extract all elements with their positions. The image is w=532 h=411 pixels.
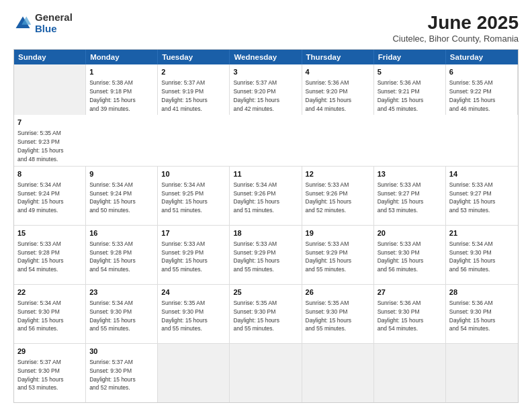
logo-blue-label: Blue bbox=[35, 24, 73, 35]
cell-jun-4: 4 Sunrise: 5:36 AMSunset: 9:20 PMDayligh… bbox=[302, 64, 374, 115]
cell-jun-9: 9 Sunrise: 5:34 AMSunset: 9:24 PMDayligh… bbox=[86, 167, 158, 225]
day-num: 6 bbox=[449, 67, 514, 77]
day-num: 30 bbox=[89, 347, 154, 357]
day-num: 13 bbox=[378, 169, 442, 179]
cell-jun-30: 30 Sunrise: 5:37 AMSunset: 9:30 PMDaylig… bbox=[86, 344, 158, 402]
cell-text: Sunrise: 5:33 AMSunset: 9:29 PMDaylight:… bbox=[306, 240, 352, 273]
page: General Blue June 2025 Ciutelec, Bihor C… bbox=[0, 0, 532, 411]
day-num: 26 bbox=[306, 287, 370, 298]
cell-text: Sunrise: 5:33 AMSunset: 9:29 PMDaylight:… bbox=[161, 240, 208, 273]
cell-jun-24: 24 Sunrise: 5:35 AMSunset: 9:30 PMDaylig… bbox=[158, 285, 230, 343]
day-num: 9 bbox=[89, 169, 154, 179]
cell-jun-18: 18 Sunrise: 5:33 AMSunset: 9:29 PMDaylig… bbox=[230, 226, 302, 284]
cell-jun-6: 6 Sunrise: 5:35 AMSunset: 9:22 PMDayligh… bbox=[446, 64, 518, 115]
cell-jun-22: 22 Sunrise: 5:34 AMSunset: 9:30 PMDaylig… bbox=[14, 285, 86, 343]
cell-text: Sunrise: 5:35 AMSunset: 9:30 PMDaylight:… bbox=[306, 300, 352, 332]
logo-general-label: General bbox=[35, 12, 73, 24]
cell-jun-20: 20 Sunrise: 5:33 AMSunset: 9:30 PMDaylig… bbox=[374, 226, 446, 284]
cell-text: Sunrise: 5:35 AMSunset: 9:23 PMDaylight:… bbox=[17, 130, 64, 163]
header-wednesday: Wednesday bbox=[230, 50, 302, 64]
day-num: 8 bbox=[17, 169, 82, 179]
subtitle: Ciutelec, Bihor County, Romania bbox=[392, 34, 519, 44]
week-row-2: 8 Sunrise: 5:34 AMSunset: 9:24 PMDayligh… bbox=[14, 167, 518, 226]
day-num: 7 bbox=[17, 118, 83, 128]
calendar: Sunday Monday Tuesday Wednesday Thursday… bbox=[13, 49, 519, 403]
day-num: 29 bbox=[17, 347, 82, 357]
cell-jun-3: 3 Sunrise: 5:37 AMSunset: 9:20 PMDayligh… bbox=[230, 64, 302, 115]
day-num: 16 bbox=[89, 228, 154, 238]
header-tuesday: Tuesday bbox=[158, 50, 230, 64]
cell-jun-16: 16 Sunrise: 5:33 AMSunset: 9:28 PMDaylig… bbox=[86, 226, 158, 284]
day-num: 24 bbox=[161, 287, 226, 298]
cell-jun-15: 15 Sunrise: 5:33 AMSunset: 9:28 PMDaylig… bbox=[14, 226, 86, 284]
day-num: 2 bbox=[161, 67, 226, 77]
day-num: 19 bbox=[306, 228, 370, 238]
cell-jun-29: 29 Sunrise: 5:37 AMSunset: 9:30 PMDaylig… bbox=[14, 344, 86, 402]
cell-jun-13: 13 Sunrise: 5:33 AMSunset: 9:27 PMDaylig… bbox=[374, 167, 446, 225]
week-row-1: 1 Sunrise: 5:38 AMSunset: 9:18 PMDayligh… bbox=[14, 64, 518, 167]
cell-text: Sunrise: 5:35 AMSunset: 9:22 PMDaylight:… bbox=[449, 79, 496, 112]
header-thursday: Thursday bbox=[302, 50, 374, 64]
logo: General Blue bbox=[13, 12, 73, 34]
day-num: 1 bbox=[89, 67, 154, 77]
cell-empty-6 bbox=[446, 344, 518, 402]
day-num: 27 bbox=[378, 287, 442, 298]
cell-jun-10: 10 Sunrise: 5:34 AMSunset: 9:25 PMDaylig… bbox=[158, 167, 230, 225]
day-num: 21 bbox=[449, 228, 515, 238]
cell-text: Sunrise: 5:37 AMSunset: 9:30 PMDaylight:… bbox=[17, 359, 64, 392]
cell-text: Sunrise: 5:38 AMSunset: 9:18 PMDaylight:… bbox=[89, 79, 136, 112]
cell-text: Sunrise: 5:33 AMSunset: 9:29 PMDaylight:… bbox=[233, 240, 279, 273]
cell-jun-21: 21 Sunrise: 5:34 AMSunset: 9:30 PMDaylig… bbox=[446, 226, 518, 284]
cell-jun-7: 7 Sunrise: 5:35 AMSunset: 9:23 PMDayligh… bbox=[14, 115, 86, 165]
cell-jun-27: 27 Sunrise: 5:36 AMSunset: 9:30 PMDaylig… bbox=[374, 285, 446, 343]
cell-jun-5: 5 Sunrise: 5:36 AMSunset: 9:21 PMDayligh… bbox=[374, 64, 446, 115]
header-friday: Friday bbox=[374, 50, 446, 64]
main-title: June 2025 bbox=[392, 12, 519, 34]
cell-text: Sunrise: 5:33 AMSunset: 9:26 PMDaylight:… bbox=[306, 181, 352, 214]
day-num: 20 bbox=[378, 228, 442, 238]
day-num: 4 bbox=[306, 67, 370, 77]
logo-text: General Blue bbox=[35, 12, 73, 34]
header-saturday: Saturday bbox=[446, 50, 518, 64]
cell-text: Sunrise: 5:34 AMSunset: 9:26 PMDaylight:… bbox=[233, 181, 279, 214]
cell-empty-5 bbox=[374, 344, 446, 402]
cell-jun-11: 11 Sunrise: 5:34 AMSunset: 9:26 PMDaylig… bbox=[230, 167, 302, 225]
cell-text: Sunrise: 5:36 AMSunset: 9:30 PMDaylight:… bbox=[449, 300, 496, 332]
day-num: 17 bbox=[161, 228, 226, 238]
cell-text: Sunrise: 5:33 AMSunset: 9:28 PMDaylight:… bbox=[17, 240, 64, 273]
day-num: 23 bbox=[89, 287, 154, 298]
cell-text: Sunrise: 5:37 AMSunset: 9:30 PMDaylight:… bbox=[89, 359, 136, 392]
cell-text: Sunrise: 5:34 AMSunset: 9:30 PMDaylight:… bbox=[17, 300, 64, 332]
week-row-3: 15 Sunrise: 5:33 AMSunset: 9:28 PMDaylig… bbox=[14, 226, 518, 285]
cell-text: Sunrise: 5:35 AMSunset: 9:30 PMDaylight:… bbox=[233, 300, 279, 332]
cell-text: Sunrise: 5:34 AMSunset: 9:25 PMDaylight:… bbox=[161, 181, 208, 214]
cell-jun-19: 19 Sunrise: 5:33 AMSunset: 9:29 PMDaylig… bbox=[302, 226, 374, 284]
week-row-5: 29 Sunrise: 5:37 AMSunset: 9:30 PMDaylig… bbox=[14, 344, 518, 402]
cell-text: Sunrise: 5:36 AMSunset: 9:21 PMDaylight:… bbox=[378, 79, 424, 112]
cell-text: Sunrise: 5:34 AMSunset: 9:30 PMDaylight:… bbox=[89, 300, 136, 332]
cell-jun-17: 17 Sunrise: 5:33 AMSunset: 9:29 PMDaylig… bbox=[158, 226, 230, 284]
header: General Blue June 2025 Ciutelec, Bihor C… bbox=[13, 12, 519, 44]
cell-text: Sunrise: 5:34 AMSunset: 9:30 PMDaylight:… bbox=[449, 240, 496, 273]
header-sunday: Sunday bbox=[14, 50, 86, 64]
cell-empty-1 bbox=[14, 64, 86, 115]
cell-text: Sunrise: 5:33 AMSunset: 9:27 PMDaylight:… bbox=[449, 181, 496, 214]
day-num: 10 bbox=[161, 169, 226, 179]
cell-jun-1: 1 Sunrise: 5:38 AMSunset: 9:18 PMDayligh… bbox=[86, 64, 158, 115]
cell-jun-28: 28 Sunrise: 5:36 AMSunset: 9:30 PMDaylig… bbox=[446, 285, 518, 343]
cell-jun-12: 12 Sunrise: 5:33 AMSunset: 9:26 PMDaylig… bbox=[302, 167, 374, 225]
day-num: 5 bbox=[378, 67, 442, 77]
day-num: 14 bbox=[449, 169, 515, 179]
day-num: 3 bbox=[233, 67, 298, 77]
cell-jun-2: 2 Sunrise: 5:37 AMSunset: 9:19 PMDayligh… bbox=[158, 64, 230, 115]
cell-text: Sunrise: 5:33 AMSunset: 9:30 PMDaylight:… bbox=[378, 240, 424, 273]
day-num: 11 bbox=[233, 169, 298, 179]
cell-jun-25: 25 Sunrise: 5:35 AMSunset: 9:30 PMDaylig… bbox=[230, 285, 302, 343]
cell-text: Sunrise: 5:36 AMSunset: 9:30 PMDaylight:… bbox=[378, 300, 424, 332]
day-num: 25 bbox=[233, 287, 298, 298]
header-monday: Monday bbox=[86, 50, 158, 64]
day-num: 18 bbox=[233, 228, 298, 238]
cell-empty-2 bbox=[158, 344, 230, 402]
cell-empty-3 bbox=[230, 344, 302, 402]
cell-jun-26: 26 Sunrise: 5:35 AMSunset: 9:30 PMDaylig… bbox=[302, 285, 374, 343]
